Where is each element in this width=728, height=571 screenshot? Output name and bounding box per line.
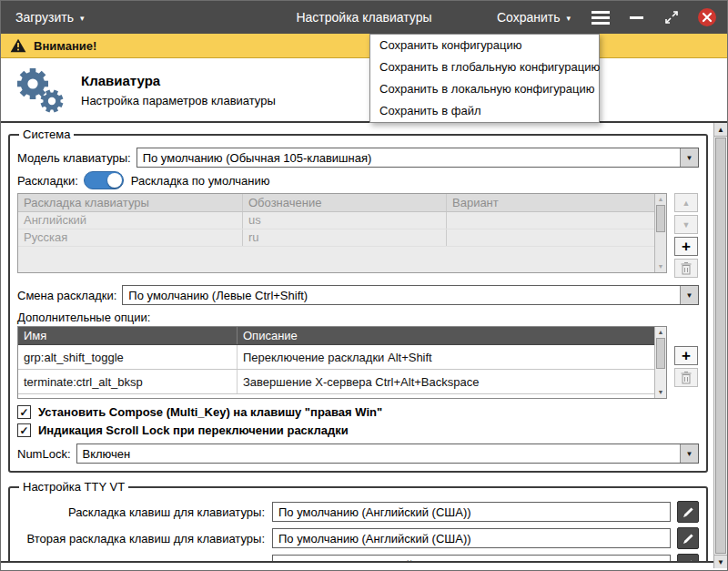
- module-subtitle: Настройка параметров клавиатуры: [81, 94, 276, 107]
- options-table-header: Имя Описание: [18, 327, 654, 345]
- hamburger-menu-icon[interactable]: [590, 6, 612, 28]
- tty-section: Настройка TTY VT Раскладка клавиш для кл…: [8, 480, 708, 563]
- numlock-value: Включен: [77, 447, 680, 461]
- arrow-down-icon: ▼: [682, 220, 691, 229]
- tty-second-layout-label: Вторая раскладка клавиш для клавиатуры:: [17, 532, 265, 546]
- table-row[interactable]: terminate:ctrl_alt_bksp Завершение X-сер…: [18, 370, 654, 394]
- table-row[interactable]: grp:alt_shift_toggle Переключение раскла…: [18, 345, 654, 370]
- menu-item-save-config[interactable]: Сохранить конфигурацию: [370, 35, 599, 56]
- combo-dropdown-icon[interactable]: ▼: [680, 444, 698, 463]
- layouts-default-label: Раскладка по умолчанию: [131, 174, 270, 188]
- edit-tty-second-layout-button[interactable]: [677, 527, 699, 549]
- pencil-icon: [682, 506, 694, 518]
- scrollview: Система Модель клавиатуры: По умолчанию …: [1, 123, 713, 563]
- keyboard-model-select[interactable]: По умолчанию (Обычная 105-клавишная) ▼: [136, 148, 699, 168]
- scrollbar-thumb[interactable]: [715, 138, 726, 554]
- add-option-button[interactable]: +: [674, 346, 698, 365]
- pencil-icon: [682, 559, 694, 564]
- scrollbar-thumb[interactable]: [656, 205, 665, 232]
- compose-checkbox-row[interactable]: ✓ Установить Compose (Multi_Key) на клав…: [17, 405, 699, 419]
- options-table-scrollbar[interactable]: ▲ ▼: [654, 327, 666, 398]
- titlebar: Загрузить ▾ Настройка клавиатуры Сохрани…: [1, 1, 727, 34]
- scroll-up-icon[interactable]: ▲: [655, 328, 666, 337]
- scroll-lock-checkbox-row[interactable]: ✓ Индикация Scroll Lock при переключении…: [17, 423, 699, 437]
- scroll-lock-checkbox[interactable]: ✓: [17, 423, 31, 437]
- layouts-table-scrollbar[interactable]: ▲ ▼: [654, 194, 666, 272]
- arrow-up-icon: ▲: [682, 199, 691, 208]
- extra-options-label-row: Дополнительные опции:: [17, 311, 699, 324]
- scroll-down-icon[interactable]: ▼: [655, 262, 666, 271]
- keyboard-model-label: Модель клавиатуры:: [17, 151, 131, 165]
- keyboard-model-row: Модель клавиатуры: По умолчанию (Обычная…: [17, 148, 699, 168]
- trash-icon: [681, 372, 692, 384]
- plus-icon: +: [682, 348, 691, 363]
- expand-button[interactable]: [661, 6, 682, 28]
- numlock-select[interactable]: Включен ▼: [76, 444, 699, 464]
- chevron-down-icon: ▾: [566, 14, 571, 23]
- cell-option-description: Переключение раскладки Alt+Shift: [237, 345, 654, 369]
- column-header-code: Обозначение: [242, 194, 446, 211]
- numlock-row: NumLock: Включен ▼: [17, 444, 699, 464]
- layouts-default-toggle[interactable]: [84, 171, 124, 189]
- keyboard-settings-window: Загрузить ▾ Настройка клавиатуры Сохрани…: [0, 0, 728, 571]
- scroll-lock-checkbox-label: Индикация Scroll Lock при переключении р…: [38, 423, 349, 437]
- scrollbar-thumb[interactable]: [656, 338, 665, 369]
- compose-checkbox-label: Установить Compose (Multi_Key) на клавиш…: [38, 405, 382, 419]
- module-title: Клавиатура: [81, 73, 276, 88]
- move-up-button[interactable]: ▲: [674, 193, 698, 212]
- toggle-knob: [107, 173, 122, 188]
- gears-icon: [14, 66, 66, 115]
- close-icon: [697, 7, 717, 27]
- layouts-table-header: Раскладка клавиатуры Обозначение Вариант: [18, 194, 654, 212]
- tty-second-layout-field[interactable]: По умолчанию (Английский (США)): [272, 528, 671, 548]
- close-button[interactable]: [696, 6, 718, 28]
- menu-item-save-to-file[interactable]: Сохранить в файл: [370, 100, 599, 122]
- layout-switch-value: По умолчанию (Левые Ctrl+Shift): [123, 289, 680, 302]
- menu-item-save-local-config[interactable]: Сохранить в локальную конфигурацию: [370, 78, 599, 100]
- load-menu-button[interactable]: Загрузить ▾: [10, 6, 89, 28]
- system-section: Система Модель клавиатуры: По умолчанию …: [8, 127, 708, 473]
- table-row[interactable]: Английский us: [18, 212, 654, 229]
- combo-dropdown-icon[interactable]: ▼: [680, 148, 698, 167]
- add-layout-button[interactable]: +: [674, 237, 698, 256]
- compose-checkbox[interactable]: ✓: [17, 405, 31, 419]
- delete-layout-button[interactable]: [674, 259, 698, 278]
- column-header-layout: Раскладка клавиатуры: [18, 194, 242, 211]
- tty-font-value: По умолчанию (Европейская латинская): [278, 558, 500, 564]
- layouts-buttons: ▲ ▼ +: [673, 193, 699, 278]
- warning-bar: Внимание!: [1, 34, 727, 58]
- table-row[interactable]: Русская ru: [18, 229, 654, 247]
- move-down-button[interactable]: ▼: [674, 215, 698, 234]
- scroll-up-icon[interactable]: ▲: [714, 123, 727, 137]
- cell-option-description: Завершение X-сервера Ctrl+Alt+Backspace: [237, 370, 654, 393]
- vertical-scrollbar[interactable]: ▲ ▼: [713, 123, 727, 568]
- tty-font-row: Шрифт: По умолчанию (Европейская латинск…: [17, 554, 699, 563]
- extra-options-label: Дополнительные опции:: [17, 311, 150, 324]
- warning-text: Внимание!: [34, 39, 96, 53]
- scroll-down-icon[interactable]: ▼: [655, 388, 666, 397]
- pencil-icon: [682, 533, 694, 545]
- layout-switch-select[interactable]: По умолчанию (Левые Ctrl+Shift) ▼: [122, 285, 699, 305]
- combo-dropdown-icon[interactable]: ▼: [680, 286, 698, 304]
- tty-layout-field[interactable]: По умолчанию (Английский (США)): [272, 502, 671, 522]
- scroll-down-icon[interactable]: ▼: [714, 555, 727, 568]
- edit-tty-layout-button[interactable]: [677, 501, 699, 523]
- scroll-up-icon[interactable]: ▲: [655, 195, 666, 204]
- column-header-variant: Вариант: [446, 194, 654, 211]
- tty-font-field[interactable]: По умолчанию (Европейская латинская): [272, 555, 671, 563]
- tty-second-layout-value: По умолчанию (Английский (США)): [278, 532, 471, 546]
- save-menu-label: Сохранить: [497, 10, 561, 25]
- save-menu-button[interactable]: Сохранить ▾: [491, 6, 576, 28]
- minimize-button[interactable]: [625, 6, 647, 28]
- tty-second-layout-row: Вторая раскладка клавиш для клавиатуры: …: [17, 527, 699, 549]
- cell-code: ru: [242, 229, 446, 246]
- warning-triangle-icon: [10, 38, 26, 53]
- system-section-legend: Система: [19, 127, 74, 141]
- check-icon: ✓: [19, 406, 28, 419]
- edit-tty-font-button[interactable]: [677, 554, 699, 563]
- layouts-toggle-row: Раскладки: Раскладка по умолчанию: [17, 171, 699, 189]
- expand-arrows-icon: [664, 10, 679, 25]
- menu-item-save-global-config[interactable]: Сохранить в глобальную конфигурацию: [370, 56, 599, 78]
- layouts-table: Раскладка клавиатуры Обозначение Вариант…: [17, 193, 667, 273]
- delete-option-button[interactable]: [674, 368, 698, 387]
